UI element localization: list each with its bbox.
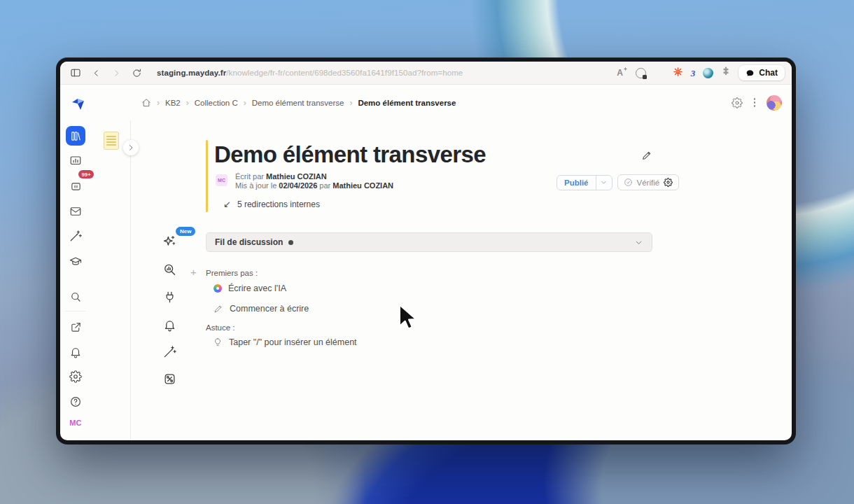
tool-magic-wand[interactable]	[162, 344, 176, 358]
nav-academy[interactable]	[69, 255, 82, 267]
breadcrumb-item-parent[interactable]: Demo élément transverse	[252, 99, 344, 107]
nav-knowledge-base-active[interactable]	[66, 126, 85, 146]
mayday-logo[interactable]	[70, 96, 87, 113]
edit-title-pencil-icon[interactable]	[641, 150, 652, 161]
sidebar-toggle-button[interactable]	[69, 66, 83, 80]
bell-icon	[163, 318, 176, 332]
internal-redirections-link[interactable]: ↙ 5 redirections internes	[223, 199, 320, 209]
publish-status-button[interactable]: Publié	[556, 175, 612, 190]
breadcrumb-item-current: Demo élément transverse	[358, 99, 456, 107]
browser-toolbar: staging.mayday.fr/knowledge/fr-fr/conten…	[60, 62, 792, 85]
ai-colorful-icon	[214, 284, 222, 293]
browser-window: staging.mayday.fr/knowledge/fr-fr/conten…	[56, 57, 796, 444]
gear-icon	[69, 370, 82, 383]
bell-icon	[69, 346, 82, 358]
nav-tickets[interactable]	[69, 180, 82, 192]
extensions-puzzle-icon[interactable]	[721, 66, 731, 79]
tool-integrations-plug[interactable]	[162, 290, 176, 304]
text-size-button[interactable]: A	[617, 68, 628, 78]
nav-open-external[interactable]	[69, 321, 82, 333]
more-menu-kebab-icon[interactable]	[752, 97, 757, 108]
magic-wand-icon	[163, 345, 176, 358]
updated-line: Mis à jour le02/04/2026parMathieu COZIAN	[235, 181, 393, 190]
breadcrumb-home-icon[interactable]	[141, 98, 151, 108]
chat-label: Chat	[759, 68, 778, 78]
nav-user-avatar[interactable]: MC	[66, 417, 85, 428]
extension-three-icon[interactable]: 3	[691, 69, 696, 78]
title-accent-bar	[206, 140, 208, 212]
written-by-line: Écrit parMathieu COZIAN	[235, 172, 327, 181]
verified-label: Vérifié	[637, 178, 660, 187]
arrow-southwest-icon: ↙	[223, 199, 231, 209]
nav-divider	[66, 311, 85, 312]
nav-help[interactable]	[69, 396, 82, 408]
nav-analytics[interactable]	[69, 155, 82, 167]
breadcrumb-separator: ›	[157, 98, 160, 108]
url-path: /knowledge/fr-fr/content/698ded3560fa164…	[226, 69, 463, 77]
help-icon	[69, 396, 82, 408]
mouse-cursor	[396, 304, 419, 336]
chevron-right-icon	[127, 144, 135, 152]
site-permissions-icon[interactable]	[636, 68, 646, 78]
slash-tip: Taper "/" pour insérer un élément	[213, 337, 357, 347]
updated-author: Mathieu COZIAN	[332, 181, 393, 190]
tool-ai-sparkles[interactable]	[162, 234, 176, 248]
thread-chevron-down-icon[interactable]	[634, 238, 643, 247]
pencil-icon	[214, 304, 223, 314]
nav-mail[interactable]	[69, 205, 82, 218]
breadcrumb-separator: ›	[244, 98, 246, 108]
thread-status-dot	[288, 240, 293, 245]
reload-button[interactable]	[130, 66, 144, 80]
url-host: staging.mayday.fr	[157, 69, 226, 77]
updated-date: 02/04/2026	[279, 181, 317, 190]
magic-wand-icon	[69, 230, 82, 242]
graduation-cap-icon	[69, 255, 82, 268]
nav-automation[interactable]	[69, 230, 82, 242]
verification-settings-gear-icon[interactable]	[664, 178, 673, 187]
new-feature-badge: New	[176, 227, 195, 236]
user-avatar[interactable]	[766, 95, 782, 111]
tool-knowledge-graph[interactable]	[162, 372, 176, 386]
check-circle-icon	[624, 178, 633, 187]
start-writing-option[interactable]: Commencer à écrire	[214, 304, 309, 314]
breadcrumb-separator: ›	[186, 98, 189, 108]
header-settings-gear-icon[interactable]	[732, 97, 743, 108]
extension-teal-icon[interactable]	[703, 68, 713, 78]
envelope-icon	[69, 205, 82, 218]
discussion-thread-collapsible[interactable]: Fil de discussion	[206, 232, 652, 252]
magnifier-chart-icon	[162, 262, 176, 276]
first-steps-label: Premiers pas :	[206, 269, 258, 277]
add-block-plus-icon[interactable]: +	[190, 266, 197, 278]
collapsed-panel-note-icon[interactable]	[104, 132, 119, 150]
notification-count-badge: 99+	[78, 170, 94, 178]
forward-button[interactable]	[109, 66, 123, 80]
breadcrumb-item-kb[interactable]: KB2	[165, 99, 181, 107]
publish-status-label[interactable]: Publié	[557, 176, 596, 190]
publish-dropdown-chevron-icon[interactable]	[596, 176, 612, 190]
sparkles-icon	[162, 234, 176, 248]
breadcrumb-item-collection[interactable]: Collection C	[195, 99, 238, 107]
nav-settings[interactable]	[69, 370, 82, 383]
redirections-text: 5 redirections internes	[237, 200, 320, 209]
tool-notifications-bell[interactable]	[162, 318, 176, 332]
extension-starburst-icon[interactable]	[673, 66, 683, 80]
ticket-icon	[70, 181, 82, 192]
chat-button[interactable]: Chat	[738, 65, 785, 80]
external-link-icon	[70, 321, 82, 333]
verified-toggle[interactable]: Vérifié	[617, 174, 680, 190]
thread-label: Fil de discussion	[215, 237, 283, 247]
author-avatar: MC	[216, 174, 227, 186]
tip-label: Astuce :	[206, 323, 235, 332]
back-button[interactable]	[89, 66, 103, 80]
bar-chart-icon	[69, 155, 82, 167]
address-bar[interactable]: staging.mayday.fr/knowledge/fr-fr/conten…	[157, 69, 463, 77]
chat-bubble-icon	[746, 69, 755, 78]
lightbulb-icon	[213, 337, 223, 347]
nav-search[interactable]	[69, 290, 82, 303]
tool-analytics-search[interactable]	[162, 262, 176, 276]
expand-sidebar-button[interactable]	[123, 140, 139, 155]
page-title[interactable]: Demo élément transverse	[214, 141, 486, 168]
nav-notifications[interactable]	[69, 346, 82, 358]
app-header: › KB2 › Collection C › Demo élément tran…	[60, 85, 792, 120]
write-with-ai-option[interactable]: Écrire avec l'IA	[214, 284, 286, 293]
